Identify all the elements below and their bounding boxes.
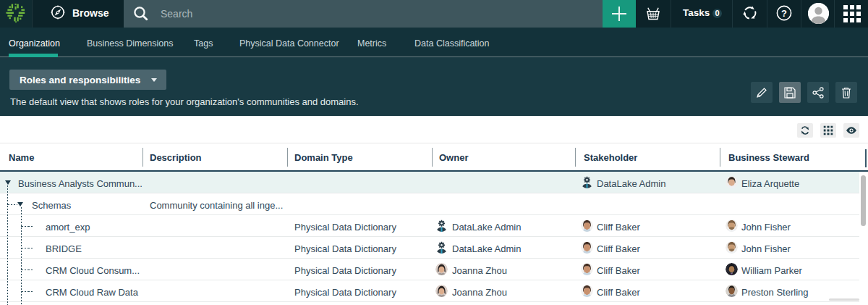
svg-text:?: ? [781,8,787,19]
